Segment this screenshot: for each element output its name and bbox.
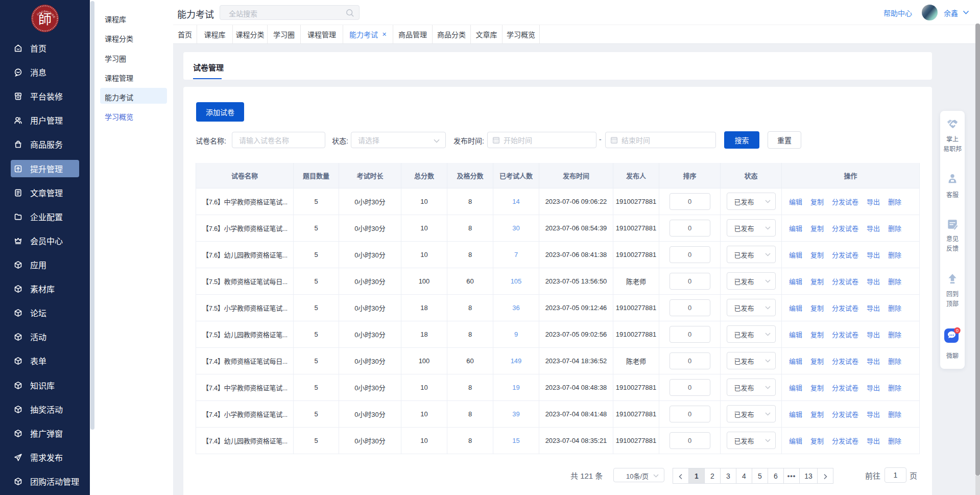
- svg-text:0: 0: [956, 328, 959, 333]
- svg-text:師: 師: [38, 12, 52, 27]
